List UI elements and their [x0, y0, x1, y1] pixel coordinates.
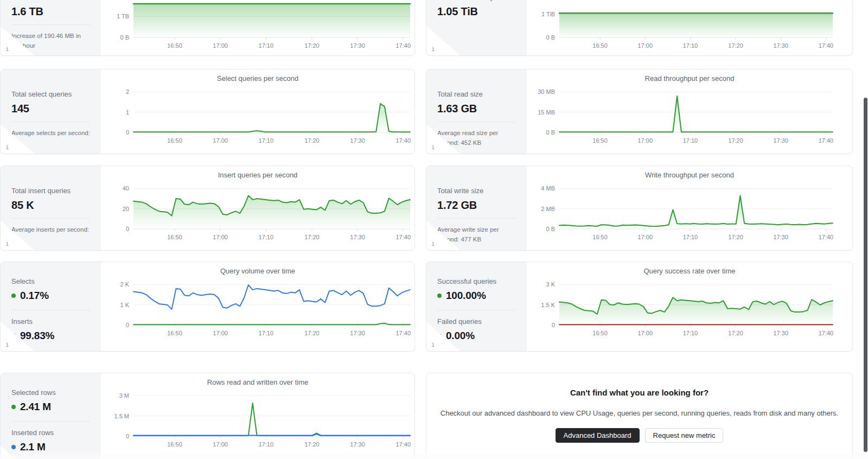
stat-value-row: 2.41 M	[11, 401, 90, 413]
stat-label: Total read size	[437, 90, 516, 98]
x-tick-label: 17:10	[259, 330, 274, 336]
x-tick-label: 17:20	[728, 137, 743, 144]
x-tick-label: 16:50	[592, 42, 608, 49]
stat-divider	[437, 310, 516, 310]
stat-value: 1.05 TiB	[437, 5, 478, 18]
info-icon[interactable]: i	[431, 46, 435, 53]
chart-plot-query-success-rate[interactable]	[559, 280, 833, 328]
chart-title: Select queries per second	[101, 74, 414, 82]
x-tick-label: 17:20	[304, 42, 320, 49]
stat-value: 85 K	[11, 199, 34, 212]
x-tick-label: 17:20	[728, 330, 743, 336]
x-tick-label: 16:50	[167, 234, 182, 240]
stat-value: 145	[11, 103, 29, 115]
stat-subtext: Average inserts per second: 24	[11, 225, 90, 245]
x-tick-label: 17:30	[350, 330, 365, 336]
legend-dot	[11, 405, 16, 409]
chart-area-total-read-size: Read throughput per second30 MB15 MB0 B1…	[527, 69, 852, 154]
info-icon[interactable]: i	[5, 144, 9, 151]
x-tick-label: 17:20	[304, 137, 320, 144]
stat-content: Selects0.17%Inserts99.83%	[1, 262, 101, 342]
stat-panel-query-volume: Selects0.17%Inserts99.83%	[1, 262, 101, 351]
y-tick-label: 1.5 K	[527, 301, 555, 309]
info-icon[interactable]: i	[5, 341, 9, 348]
x-tick-label: 17:40	[395, 234, 411, 240]
chart-plot-total-select-queries[interactable]	[133, 88, 410, 136]
chart-plot-total-read-size[interactable]	[559, 88, 833, 136]
card-query-success-rate: Successful queries100.00%Failed queries0…	[426, 262, 853, 352]
stat-value: 2.41 M	[20, 401, 51, 413]
stat-value-row: 1.63 GB	[437, 103, 516, 115]
vertical-scrollbar[interactable]	[864, 98, 867, 452]
chart-plot-rows-read-written[interactable]	[133, 392, 410, 439]
stat-divider	[11, 24, 90, 25]
cta-card: Can't find what you are looking for? Che…	[426, 373, 853, 459]
x-tick-label: 17:40	[395, 330, 411, 336]
chart-title: Query success rate over time	[527, 267, 852, 275]
stat-label: Selects	[11, 277, 90, 285]
stat-label: Inserted rows	[11, 429, 90, 437]
stat-subtext: Average selects per second: 0	[11, 129, 90, 148]
x-tick-label: 17:40	[819, 137, 834, 144]
x-tick-label: 16:50	[592, 234, 608, 240]
y-tick-label: 40	[101, 184, 129, 192]
y-tick-label: 20	[101, 205, 129, 213]
legend-dot	[437, 294, 442, 298]
chart-plot-total-insert-queries[interactable]	[133, 184, 410, 232]
x-tick-label: 17:10	[259, 42, 274, 49]
stat-value-row: 0.17%	[11, 290, 90, 302]
x-tick-label: 17:00	[213, 42, 228, 49]
y-tick-label: 0 B	[527, 129, 555, 136]
y-tick-label: 1 TiB	[527, 10, 555, 18]
card-total-insert-queries: Total insert queries85 KAverage inserts …	[0, 165, 415, 251]
stat-value-row: 1.05 TiB	[437, 5, 516, 18]
y-tick-label: 3 K	[527, 280, 555, 288]
x-tick-label: 17:10	[683, 234, 698, 240]
chart-plot-storage-used[interactable]	[133, 3, 410, 41]
stat-value-row: 2.1 M	[11, 441, 90, 453]
request-new-metric-button[interactable]: Request new metric	[645, 428, 724, 443]
stat-value: 0.00%	[446, 330, 475, 342]
chart-title: Write throughput per second	[527, 171, 852, 179]
x-tick-label: 17:00	[637, 137, 653, 144]
x-tick-label: 17:20	[304, 441, 320, 448]
stat-subtext: Increase of 190.46 MB in last hour	[11, 31, 90, 51]
chart-plot-query-volume[interactable]	[133, 280, 410, 328]
stat-panel-storage-used: 1.6 TBIncrease of 190.46 MB in last hour	[1, 0, 101, 55]
info-icon[interactable]: i	[5, 240, 9, 247]
stat-value-row: 145	[11, 103, 90, 115]
stat-panel-total-write-size: Total write size1.72 GBAverage write siz…	[426, 166, 527, 250]
stat-value-row: 85 K	[11, 199, 90, 212]
x-tick-label: 17:30	[773, 234, 788, 240]
x-tick-label: 17:00	[213, 330, 228, 336]
stat-value-row: 99.83%	[11, 330, 90, 342]
chart-area-storage-used: 1 TB0 B16:5017:0017:1017:2017:3017:40	[101, 0, 414, 55]
cta-heading: Can't find what you are looking for?	[426, 388, 852, 397]
x-tick-label: 17:10	[683, 137, 698, 144]
y-tick-label: 0	[101, 225, 129, 233]
info-icon[interactable]: i	[431, 144, 435, 151]
stat-label: Successful queries	[437, 277, 516, 285]
stat-content: Total read size1.63 GBAverage read size …	[426, 69, 527, 148]
x-tick-label: 17:40	[395, 441, 411, 448]
advanced-dashboard-button[interactable]: Advanced Dashboard	[556, 428, 640, 443]
x-tick-label: 16:50	[167, 42, 182, 49]
info-icon[interactable]: i	[431, 341, 435, 348]
stat-subtext: Average read size per second: 452 KB	[437, 129, 516, 148]
stat-value-row: 100.00%	[437, 290, 516, 302]
stat-label	[11, 0, 90, 1]
x-tick-label: 17:30	[773, 137, 788, 144]
x-tick-label: 17:10	[259, 234, 274, 240]
stat-value: 1.72 GB	[437, 199, 477, 212]
x-tick-label: 17:10	[259, 441, 274, 448]
stat-label: Allocated memory	[437, 0, 516, 1]
x-tick-label: 16:50	[167, 441, 182, 448]
chart-plot-allocated-memory[interactable]	[559, 3, 833, 41]
chart-plot-total-write-size[interactable]	[559, 184, 833, 232]
card-total-select-queries: Total select queries145Average selects p…	[0, 69, 415, 154]
info-icon[interactable]: i	[431, 240, 435, 247]
info-icon[interactable]: i	[5, 46, 9, 53]
y-tick-label: 0 B	[101, 34, 129, 41]
x-tick-label: 17:10	[683, 330, 698, 336]
y-tick-label: 0	[101, 321, 129, 329]
